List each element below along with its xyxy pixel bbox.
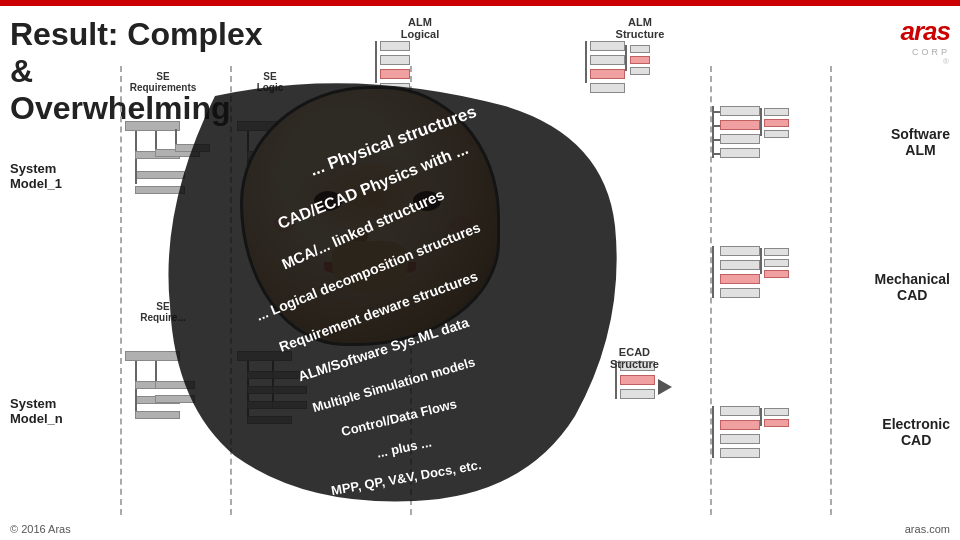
alm-structure-label: ALM Structure: [600, 16, 680, 40]
sys-model-1-label: System Model_1: [10, 161, 62, 191]
sys-model-n-label: System Model_n: [10, 396, 63, 426]
dashed-line-2: [230, 66, 232, 515]
logo-suffix: corp: [901, 47, 951, 57]
ecad-structure-label: ECAD Structure: [610, 346, 659, 370]
main-content: Result: Complex & Overwhelming aras corp…: [0, 6, 960, 540]
alm-logical-label: ALM Logical: [390, 16, 450, 40]
baby-hand: [332, 241, 408, 292]
aras-url: aras.com: [905, 523, 950, 535]
svg-text:Multiple Simulation models: Multiple Simulation models: [311, 354, 477, 415]
logo-brand: aras: [901, 16, 951, 47]
baby-eye-right: [413, 191, 441, 211]
logo-area: aras corp ®: [850, 16, 950, 66]
svg-text:... plus ...: ... plus ...: [375, 434, 433, 460]
svg-text:Control/Data Flows: Control/Data Flows: [340, 396, 459, 439]
se-req-label: SE Requirements: [128, 71, 198, 93]
baby-cheek-left: [273, 216, 295, 232]
mechanical-cad-label: Mechanical CAD: [875, 271, 950, 303]
baby-photo: [240, 86, 500, 346]
software-alm-label: Software ALM: [891, 126, 950, 158]
baby-eye-left: [314, 191, 342, 211]
logo-registered: ®: [901, 57, 951, 66]
se-req-label-2: SE Require...: [128, 301, 198, 323]
baby-cheek-right: [450, 216, 472, 232]
dashed-line-1: [120, 66, 122, 515]
dashed-line-5: [830, 66, 832, 515]
copyright-text: © 2016 Aras: [10, 523, 71, 535]
svg-text:MPP, QP, V&V, Docs, etc.: MPP, QP, V&V, Docs, etc.: [330, 457, 483, 498]
electronic-cad-label: Electronic CAD: [882, 416, 950, 448]
se-logic-label: SE Logic: [240, 71, 300, 93]
